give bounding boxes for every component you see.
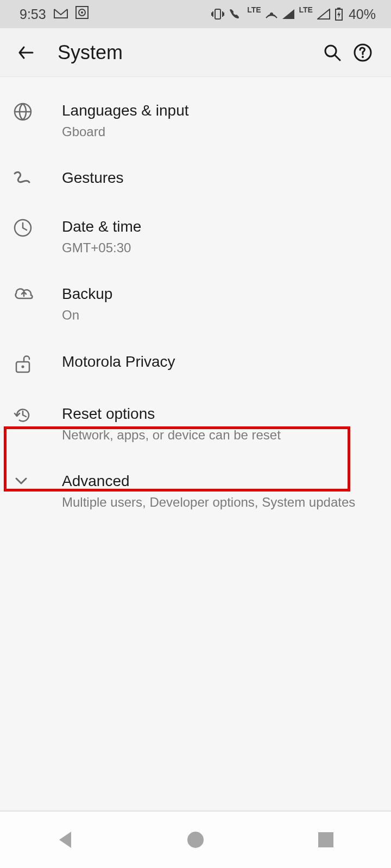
setting-title: Advanced — [62, 471, 380, 490]
hotspot-icon — [266, 8, 278, 20]
help-icon — [353, 43, 373, 62]
svg-point-9 — [362, 56, 364, 58]
setting-title: Motorola Privacy — [62, 352, 380, 371]
signal-empty-icon — [317, 9, 330, 20]
nav-recent-button[interactable] — [293, 831, 358, 848]
search-icon — [323, 43, 342, 62]
clock-icon — [13, 218, 33, 240]
vibrate-icon — [211, 8, 224, 20]
nav-back-button[interactable] — [33, 829, 98, 850]
setting-sub: Multiple users, Developer options, Syste… — [62, 494, 380, 510]
restore-icon — [13, 405, 33, 427]
arrow-back-icon — [16, 43, 36, 62]
setting-title: Gestures — [62, 168, 380, 187]
setting-sub: On — [62, 307, 380, 323]
circle-home-icon — [186, 830, 205, 850]
status-time: 9:53 — [20, 7, 46, 22]
gmail-icon — [54, 7, 68, 22]
setting-sub: Network, apps, or device can be reset — [62, 426, 380, 443]
lte-label: LTE — [247, 5, 261, 14]
square-recent-icon — [317, 831, 335, 848]
search-button[interactable] — [317, 43, 348, 62]
battery-percentage: 40% — [349, 7, 376, 22]
cloud-upload-icon — [13, 285, 35, 304]
lock-open-icon — [13, 353, 33, 376]
lte-text: LTE — [299, 5, 313, 14]
setting-sub: GMT+05:30 — [62, 239, 380, 256]
svg-rect-6 — [337, 8, 340, 9]
svg-point-13 — [22, 365, 24, 368]
back-button[interactable] — [13, 43, 39, 62]
target-icon — [75, 6, 89, 22]
setting-date-time[interactable]: Date & time GMT+05:30 — [0, 203, 391, 270]
wifi-calling-icon — [229, 8, 243, 20]
setting-gestures[interactable]: Gestures — [0, 154, 391, 203]
app-bar: System — [0, 28, 391, 77]
gesture-icon — [13, 169, 31, 188]
svg-point-14 — [187, 832, 204, 848]
signal-full-icon — [282, 9, 295, 20]
triangle-back-icon — [56, 829, 74, 850]
setting-languages-input[interactable]: Languages & input Gboard — [0, 87, 391, 154]
chevron-down-icon — [13, 473, 29, 491]
setting-title: Languages & input — [62, 101, 380, 120]
setting-title: Date & time — [62, 217, 380, 236]
navigation-bar — [0, 810, 391, 868]
svg-point-2 — [81, 11, 83, 14]
setting-backup[interactable]: Backup On — [0, 270, 391, 337]
status-bar: 9:53 LTE LTE 40% — [0, 0, 391, 28]
setting-sub: Gboard — [62, 123, 380, 140]
nav-home-button[interactable] — [163, 830, 228, 850]
page-title: System — [58, 41, 317, 64]
svg-rect-3 — [215, 9, 220, 19]
svg-rect-15 — [318, 832, 333, 847]
settings-list: Languages & input Gboard Gestures Date &… — [0, 77, 391, 525]
setting-reset-options[interactable]: Reset options Network, apps, or device c… — [0, 390, 391, 457]
globe-icon — [13, 102, 33, 124]
setting-advanced[interactable]: Advanced Multiple users, Developer optio… — [0, 457, 391, 525]
setting-title: Reset options — [62, 404, 380, 423]
battery-charging-icon — [335, 8, 343, 21]
setting-motorola-privacy[interactable]: Motorola Privacy — [0, 338, 391, 390]
help-button[interactable] — [348, 43, 378, 62]
setting-title: Backup — [62, 284, 380, 303]
